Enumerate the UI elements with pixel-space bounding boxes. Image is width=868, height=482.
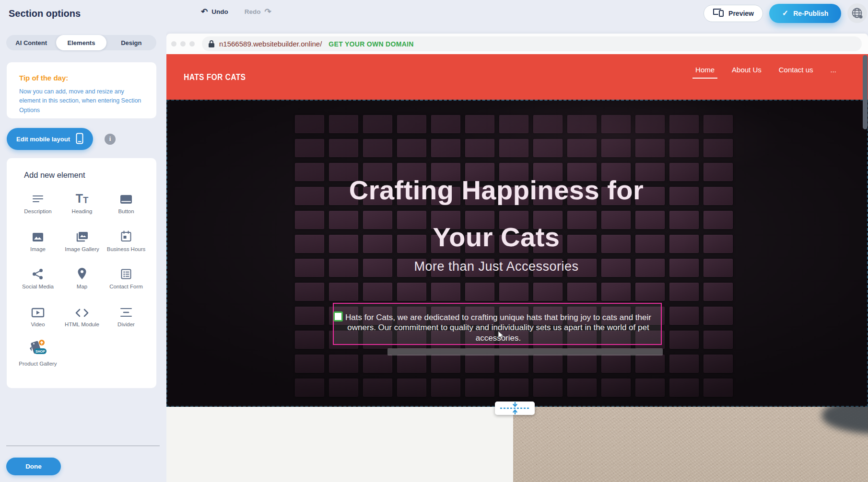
heading-icon: TT — [76, 190, 88, 205]
element-image-gallery[interactable]: Image Gallery — [61, 228, 103, 253]
browser-chrome: n1566589.websitebuilder.online/ GET YOUR… — [166, 34, 868, 54]
address-bar[interactable]: n1566589.websitebuilder.online/ GET YOUR… — [202, 36, 862, 51]
hero-heading[interactable]: Crafting Happiness for Your Cats — [166, 167, 826, 261]
redo-icon: ↷ — [265, 8, 271, 16]
mouse-cursor — [497, 331, 505, 342]
product-gallery-icon: SHOP — [27, 341, 48, 357]
window-dot — [180, 41, 186, 46]
element-social-media[interactable]: Social Media — [17, 265, 59, 291]
undo-icon: ↶ — [201, 8, 208, 16]
element-image[interactable]: Image — [17, 228, 59, 253]
add-element-panel: Add new element Description TT Heading — [7, 158, 156, 388]
topbar: ↶ Undo Redo ↷ Preview ✓ Re-Publish — [166, 0, 868, 34]
video-icon — [31, 303, 45, 318]
add-element-title: Add new element — [24, 171, 152, 180]
pavement-shadow — [822, 407, 868, 435]
hero-section-selected[interactable]: Crafting Happiness for Your Cats More th… — [166, 100, 868, 407]
hero-content: Crafting Happiness for Your Cats More th… — [166, 100, 826, 407]
preview-button[interactable]: Preview — [704, 5, 763, 22]
site-nav: Home About Us Contact us ... — [695, 66, 836, 79]
social-media-icon — [32, 265, 44, 280]
element-divider[interactable]: Divider — [106, 303, 147, 329]
smartphone-icon — [76, 133, 83, 146]
next-section-white-area — [166, 407, 513, 482]
element-grid: Description TT Heading Button Ima — [17, 190, 152, 368]
globe-icon[interactable] — [847, 3, 867, 23]
sidebar-divider — [6, 446, 160, 446]
site-canvas: n1566589.websitebuilder.online/ GET YOUR… — [166, 34, 868, 482]
pavement-image — [513, 407, 868, 482]
contact-form-icon — [120, 265, 132, 280]
description-icon — [32, 190, 44, 205]
sidebar: Section options AI Content Elements Desi… — [0, 0, 166, 482]
tab-design[interactable]: Design — [106, 35, 156, 50]
edit-mobile-layout-label: Edit mobile layout — [16, 136, 70, 143]
element-video[interactable]: Video — [17, 303, 59, 329]
panel-tabs: AI Content Elements Design — [6, 35, 156, 50]
site-url: n1566589.websitebuilder.online/ — [219, 40, 322, 48]
image-icon — [32, 228, 44, 242]
tab-ai-content[interactable]: AI Content — [6, 35, 56, 50]
next-section[interactable] — [166, 407, 868, 482]
undo-button[interactable]: ↶ Undo — [201, 8, 228, 16]
resize-handle-left[interactable] — [333, 311, 343, 321]
tip-title: Tip of the day: — [19, 74, 147, 82]
hero-subheading[interactable]: More than Just Accessories — [166, 259, 826, 274]
republish-button[interactable]: ✓ Re-Publish — [769, 4, 841, 23]
nav-about-us[interactable]: About Us — [732, 66, 762, 79]
check-icon: ✓ — [782, 9, 788, 18]
redo-button[interactable]: Redo ↷ — [245, 8, 271, 16]
window-controls — [171, 41, 195, 46]
element-html-module[interactable]: HTML Module — [61, 303, 103, 329]
business-hours-icon — [120, 228, 132, 242]
nav-contact-us[interactable]: Contact us — [779, 66, 813, 79]
site-logo[interactable]: HATS FOR CATS — [184, 72, 246, 82]
divider-icon — [120, 303, 132, 318]
window-dot — [189, 41, 195, 46]
element-contact-form[interactable]: Contact Form — [106, 265, 147, 291]
tab-elements[interactable]: Elements — [56, 35, 106, 50]
image-gallery-icon — [75, 228, 89, 242]
top-actions: Preview ✓ Re-Publish — [704, 3, 867, 23]
element-button[interactable]: Button — [106, 190, 147, 216]
lock-icon — [208, 40, 215, 48]
info-icon[interactable]: i — [105, 134, 116, 145]
undo-redo-group: ↶ Undo Redo ↷ — [201, 8, 271, 16]
element-map[interactable]: Map — [61, 265, 103, 291]
element-product-gallery[interactable]: SHOP Product Gallery — [17, 341, 59, 368]
site-header: HATS FOR CATS Home About Us Contact us .… — [166, 54, 868, 100]
drag-ghost-bar — [387, 348, 663, 356]
svg-text:SHOP: SHOP — [35, 350, 45, 353]
done-button[interactable]: Done — [6, 458, 61, 475]
nav-more[interactable]: ... — [830, 66, 836, 79]
window-dot — [171, 41, 176, 46]
map-pin-icon — [77, 265, 87, 280]
canvas-scrollbar[interactable] — [863, 55, 868, 129]
nav-home[interactable]: Home — [695, 66, 715, 79]
html-module-icon — [75, 303, 89, 318]
app-root: Section options AI Content Elements Desi… — [0, 0, 868, 482]
devices-icon — [713, 8, 724, 18]
tip-body: Now you can add, move and resize any ele… — [19, 87, 147, 115]
element-description[interactable]: Description — [17, 190, 59, 216]
tip-card: Tip of the day: Now you can add, move an… — [7, 62, 156, 118]
edit-mobile-layout-button[interactable]: Edit mobile layout — [7, 128, 93, 150]
section-resize-handle[interactable] — [495, 402, 535, 415]
button-icon — [119, 190, 133, 205]
page-title: Section options — [9, 8, 81, 19]
element-business-hours[interactable]: Business Hours — [106, 228, 147, 253]
element-heading[interactable]: TT Heading — [61, 190, 103, 216]
get-domain-link[interactable]: GET YOUR OWN DOMAIN — [328, 40, 413, 48]
mobile-layout-row: Edit mobile layout i — [7, 128, 156, 150]
